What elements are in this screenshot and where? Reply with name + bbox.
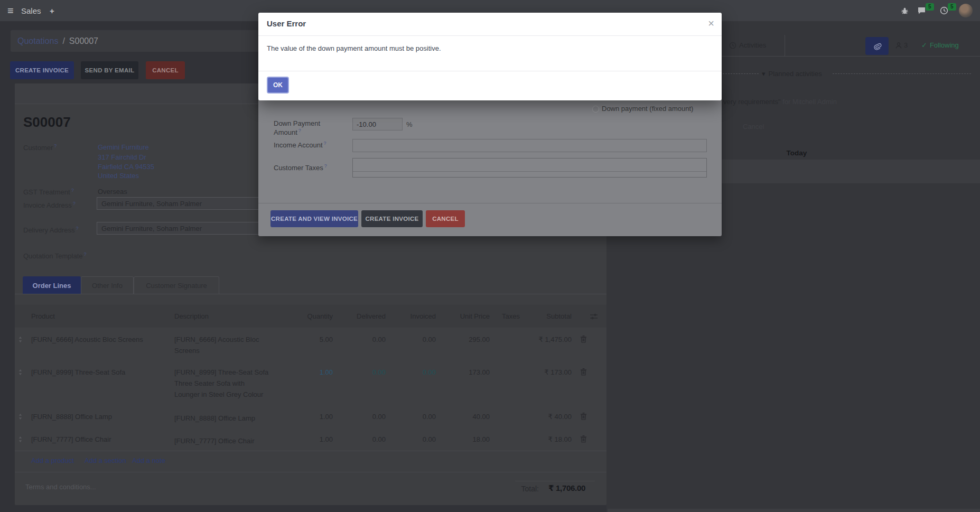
tab-customer-signature[interactable]: Customer Signature bbox=[134, 276, 219, 294]
debug-bug-icon[interactable] bbox=[901, 0, 909, 21]
down-payment-fixed-radio[interactable] bbox=[592, 106, 599, 113]
invoiced-cell[interactable]: 0.00 bbox=[398, 368, 436, 376]
unit-price-cell[interactable]: 173.00 bbox=[443, 368, 490, 376]
delivered-cell[interactable]: 0.00 bbox=[348, 435, 386, 443]
cancel-button[interactable]: CANCEL bbox=[146, 61, 185, 79]
drag-handle-icon[interactable] bbox=[18, 336, 23, 343]
quantity-cell[interactable]: 1.00 bbox=[290, 413, 333, 421]
customer-taxes-input[interactable] bbox=[352, 158, 707, 178]
col-delivered-label: Delivered bbox=[357, 312, 386, 320]
activities-clock-icon[interactable] bbox=[940, 0, 948, 21]
order-line-row[interactable]: [FURN_7777] Office Chair [FURN_7777] Off… bbox=[15, 427, 606, 451]
planned-activities-toggle[interactable]: ▾ Planned activities bbox=[762, 70, 822, 78]
app-name-label: Sales bbox=[21, 6, 41, 15]
col-quantity[interactable]: Quantity bbox=[290, 305, 333, 328]
product-cell[interactable]: [FURN_8888] Office Lamp bbox=[31, 413, 112, 421]
down-payment-amount-input[interactable]: -10.00 bbox=[352, 118, 403, 131]
total-amount: ₹ 1,706.00 bbox=[543, 483, 585, 493]
drag-handle-icon[interactable] bbox=[18, 413, 23, 420]
drag-handle-icon[interactable] bbox=[18, 436, 23, 443]
apps-menu-icon[interactable]: ≡ bbox=[7, 0, 14, 21]
drag-handle-icon[interactable] bbox=[18, 369, 23, 376]
add-note-link[interactable]: Add a note bbox=[132, 457, 165, 464]
activity-cancel-link[interactable]: Cancel bbox=[743, 123, 764, 131]
down-payment-amount-value: -10.00 bbox=[357, 120, 376, 128]
delete-row-icon[interactable] bbox=[580, 335, 587, 343]
unit-price-cell[interactable]: 295.00 bbox=[443, 336, 490, 343]
attach-file-button[interactable] bbox=[865, 37, 889, 55]
terms-input[interactable]: Terms and conditions... bbox=[25, 483, 96, 491]
col-invoiced[interactable]: Invoiced bbox=[398, 305, 436, 328]
col-description[interactable]: Description bbox=[174, 305, 209, 328]
customer-city-link[interactable]: Fairfield CA 94535 bbox=[98, 163, 154, 171]
help-icon: ? bbox=[324, 141, 326, 146]
breadcrumb-parent-link[interactable]: Quotations bbox=[17, 36, 58, 46]
description-cell[interactable]: [FURN_8999] Three-Seat Sofa Three Seater… bbox=[174, 367, 269, 400]
quantity-cell[interactable]: 1.00 bbox=[290, 368, 333, 376]
col-subtotal[interactable]: Subtotal bbox=[511, 305, 572, 328]
delete-row-icon[interactable] bbox=[580, 412, 587, 420]
optional-columns-icon[interactable] bbox=[590, 305, 598, 328]
customer-taxes-label: Customer Taxes? bbox=[274, 163, 327, 172]
down-payment-fixed-label[interactable]: Down payment (fixed amount) bbox=[602, 105, 693, 113]
down-payment-label-line1: Down Payment bbox=[274, 119, 320, 127]
delivered-cell[interactable]: 0.00 bbox=[348, 413, 386, 421]
description-cell[interactable]: [FURN_6666] Acoustic Bloc Screens bbox=[174, 334, 269, 356]
unit-price-cell[interactable]: 18.00 bbox=[443, 435, 490, 443]
product-cell[interactable]: [FURN_8999] Three-Seat Sofa bbox=[31, 368, 125, 376]
tab-activities[interactable]: Activities bbox=[729, 41, 766, 49]
invoice-address-label-text: Invoice Address bbox=[23, 201, 72, 209]
plus-icon: + bbox=[50, 6, 54, 15]
wizard-cancel-button[interactable]: CANCEL bbox=[426, 210, 465, 227]
invoiced-cell[interactable]: 0.00 bbox=[398, 336, 436, 343]
activities-badge-count: 5 bbox=[950, 4, 954, 10]
invoiced-cell[interactable]: 0.00 bbox=[398, 413, 436, 421]
clock-icon bbox=[729, 42, 736, 49]
create-invoice-button[interactable]: CREATE INVOICE bbox=[10, 61, 74, 79]
following-button[interactable]: ✓ Following bbox=[921, 41, 959, 49]
product-cell[interactable]: [FURN_6666] Acoustic Bloc Screens bbox=[31, 336, 143, 343]
tab-other-info[interactable]: Other Info bbox=[81, 276, 134, 294]
wizard-create-invoice-button[interactable]: CREATE INVOICE bbox=[361, 210, 423, 227]
order-line-row[interactable]: [FURN_8888] Office Lamp [FURN_8888] Offi… bbox=[15, 406, 606, 427]
description-cell[interactable]: [FURN_7777] Office Chair bbox=[174, 435, 269, 446]
send-by-email-button[interactable]: SEND BY EMAIL bbox=[81, 61, 138, 79]
delete-row-icon[interactable] bbox=[580, 368, 587, 376]
ok-button[interactable]: OK bbox=[267, 77, 289, 94]
customer-name-link[interactable]: Gemini Furniture bbox=[98, 143, 149, 151]
quantity-cell[interactable]: 5.00 bbox=[290, 336, 333, 343]
close-icon[interactable]: × bbox=[708, 17, 714, 30]
col-unit-price[interactable]: Unit Price bbox=[443, 305, 490, 328]
messages-icon[interactable] bbox=[917, 0, 926, 21]
delivered-cell[interactable]: 0.00 bbox=[348, 336, 386, 343]
order-line-row[interactable]: [FURN_6666] Acoustic Bloc Screens [FURN_… bbox=[15, 328, 606, 364]
delivered-cell[interactable]: 0.00 bbox=[348, 368, 386, 376]
create-and-view-invoice-label: CREATE AND VIEW INVOICE bbox=[271, 216, 358, 222]
col-unit-price-label: Unit Price bbox=[460, 312, 490, 320]
user-avatar[interactable] bbox=[959, 4, 973, 17]
col-product[interactable]: Product bbox=[31, 305, 55, 328]
total-label: Total: bbox=[500, 485, 539, 493]
create-and-view-invoice-button[interactable]: CREATE AND VIEW INVOICE bbox=[270, 210, 358, 227]
product-cell[interactable]: [FURN_7777] Office Chair bbox=[31, 435, 111, 443]
add-product-link[interactable]: Add a product bbox=[31, 457, 74, 464]
description-cell[interactable]: [FURN_8888] Office Lamp bbox=[174, 413, 269, 424]
followers-button[interactable]: 3 bbox=[895, 41, 908, 49]
add-section-link[interactable]: Add a section bbox=[85, 457, 126, 464]
customer-country-link[interactable]: United States bbox=[98, 172, 139, 180]
activity-assignee: for Mitchell Admin bbox=[781, 98, 837, 106]
unit-price-cell[interactable]: 40.00 bbox=[443, 413, 490, 421]
order-line-row[interactable]: [FURN_8999] Three-Seat Sofa [FURN_8999] … bbox=[15, 363, 606, 406]
quantity-cell[interactable]: 1.00 bbox=[290, 435, 333, 443]
delete-row-icon[interactable] bbox=[580, 435, 587, 443]
help-icon: ? bbox=[54, 143, 57, 148]
customer-street-link[interactable]: 317 Fairchild Dr bbox=[98, 153, 146, 161]
new-tab-button[interactable]: + bbox=[50, 0, 54, 21]
subtotal-cell: ₹ 40.00 bbox=[511, 413, 572, 421]
chevron-down-icon: ▾ bbox=[762, 70, 766, 78]
invoiced-cell[interactable]: 0.00 bbox=[398, 435, 436, 443]
col-delivered[interactable]: Delivered bbox=[348, 305, 386, 328]
tab-order-lines[interactable]: Order Lines bbox=[23, 276, 81, 294]
app-name[interactable]: Sales bbox=[21, 0, 41, 21]
income-account-input[interactable] bbox=[352, 139, 707, 152]
